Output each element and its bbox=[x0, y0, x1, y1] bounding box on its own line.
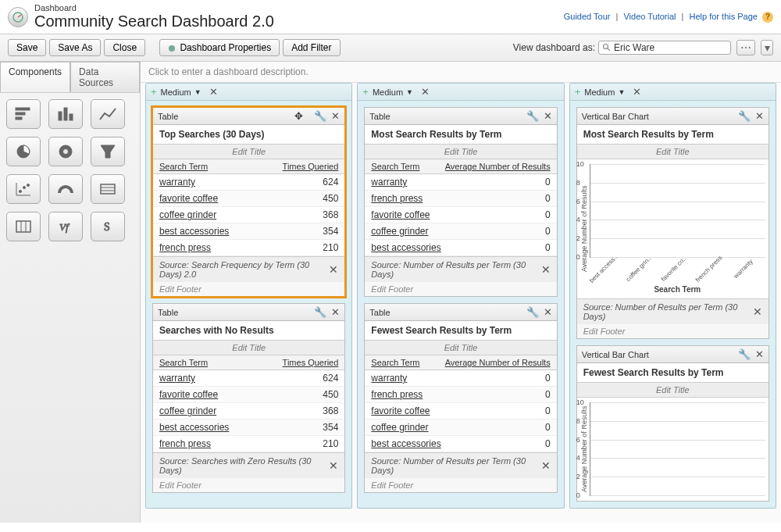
table-row[interactable]: french press210 bbox=[153, 436, 344, 452]
column-size-select[interactable]: Medium bbox=[161, 87, 191, 97]
dashboard-description[interactable]: Click to enter a dashboard description. bbox=[141, 62, 781, 83]
cell-term[interactable]: coffee grinder bbox=[371, 422, 545, 433]
table-row[interactable]: warranty0 bbox=[365, 370, 556, 387]
cell-term[interactable]: coffee grinder bbox=[159, 405, 323, 416]
guided-tour-link[interactable]: Guided Tour bbox=[564, 12, 611, 21]
save-as-button[interactable]: Save As bbox=[49, 39, 101, 56]
close-icon[interactable]: ✕ bbox=[331, 306, 340, 318]
wrench-icon[interactable]: 🔧 bbox=[738, 348, 751, 360]
s-control-icon[interactable]: S bbox=[91, 212, 125, 241]
edit-footer[interactable]: Edit Footer bbox=[365, 282, 556, 296]
cell-term[interactable]: warranty bbox=[371, 177, 545, 187]
cell-term[interactable]: favorite coffee bbox=[159, 389, 323, 400]
table-row[interactable]: warranty624 bbox=[153, 174, 344, 191]
table-row[interactable]: warranty624 bbox=[153, 370, 344, 387]
close-icon[interactable]: ✕ bbox=[755, 348, 764, 360]
help-icon[interactable]: ? bbox=[762, 12, 773, 23]
cell-term[interactable]: best accessories bbox=[371, 242, 545, 253]
close-icon[interactable]: ✕ bbox=[544, 306, 552, 318]
edit-title[interactable]: Edit Title bbox=[577, 145, 769, 159]
widget-fewest-results[interactable]: Table 🔧 ✕ Fewest Search Results by Term … bbox=[364, 303, 557, 493]
edit-title[interactable]: Edit Title bbox=[153, 341, 344, 355]
table-row[interactable]: coffee grinder0 bbox=[365, 420, 556, 436]
table-row[interactable]: favorite coffee450 bbox=[153, 387, 344, 403]
column-close-icon[interactable]: ✕ bbox=[209, 86, 218, 98]
close-icon[interactable]: ✕ bbox=[755, 110, 764, 122]
wrench-icon[interactable]: 🔧 bbox=[526, 110, 539, 122]
table-row[interactable]: french press210 bbox=[153, 240, 344, 256]
cell-term[interactable]: french press bbox=[371, 193, 545, 204]
video-tutorial-link[interactable]: Video Tutorial bbox=[623, 12, 676, 21]
add-column-icon[interactable]: + bbox=[575, 86, 581, 98]
widget-no-results[interactable]: Table 🔧 ✕ Searches with No Results Edit … bbox=[152, 303, 345, 493]
metric-icon[interactable] bbox=[91, 174, 125, 204]
table-row[interactable]: favorite coffee450 bbox=[153, 191, 344, 207]
horizontal-bar-chart-icon[interactable] bbox=[6, 99, 41, 129]
column-close-icon[interactable]: ✕ bbox=[421, 86, 430, 98]
move-icon[interactable]: ✥ bbox=[294, 110, 303, 122]
cell-term[interactable]: favorite coffee bbox=[159, 193, 323, 204]
edit-title[interactable]: Edit Title bbox=[365, 145, 556, 159]
table-row[interactable]: favorite coffee0 bbox=[365, 207, 556, 223]
table-row[interactable]: favorite coffee0 bbox=[365, 403, 556, 420]
cell-term[interactable]: french press bbox=[371, 389, 545, 400]
table-row[interactable]: best accessories0 bbox=[365, 240, 556, 256]
dashboard-properties-button[interactable]: Dashboard Properties bbox=[159, 39, 280, 56]
column-close-icon[interactable]: ✕ bbox=[633, 86, 641, 98]
scatter-chart-icon[interactable] bbox=[6, 174, 41, 204]
line-chart-icon[interactable] bbox=[91, 99, 125, 129]
table-row[interactable]: warranty0 bbox=[365, 174, 556, 191]
cell-term[interactable]: favorite coffee bbox=[371, 209, 545, 220]
wrench-icon[interactable]: 🔧 bbox=[738, 110, 751, 122]
view-as-dropdown-button[interactable]: ▾ bbox=[761, 40, 773, 55]
gauge-chart-icon[interactable] bbox=[48, 174, 83, 204]
source-close-icon[interactable]: ✕ bbox=[753, 305, 762, 318]
cell-term[interactable]: french press bbox=[159, 242, 323, 253]
cell-term[interactable]: french press bbox=[159, 438, 323, 449]
table-row[interactable]: best accessories354 bbox=[153, 420, 344, 436]
close-button[interactable]: Close bbox=[104, 39, 145, 56]
table-row[interactable]: coffee grinder0 bbox=[365, 223, 556, 240]
source-close-icon[interactable]: ✕ bbox=[329, 459, 338, 472]
source-close-icon[interactable]: ✕ bbox=[541, 263, 551, 276]
cell-term[interactable]: coffee grinder bbox=[159, 209, 323, 220]
funnel-chart-icon[interactable] bbox=[91, 137, 125, 166]
help-link[interactable]: Help for this Page bbox=[690, 12, 758, 21]
cell-term[interactable]: coffee grinder bbox=[371, 226, 545, 237]
cell-term[interactable]: warranty bbox=[159, 373, 323, 384]
source-close-icon[interactable]: ✕ bbox=[329, 263, 338, 276]
tab-data-sources[interactable]: Data Sources bbox=[70, 62, 140, 92]
table-row[interactable]: best accessories0 bbox=[365, 436, 556, 452]
table-row[interactable]: coffee grinder368 bbox=[153, 207, 344, 223]
widget-most-results[interactable]: Table 🔧 ✕ Most Search Results by Term Ed… bbox=[364, 107, 557, 297]
cell-term[interactable]: best accessories bbox=[159, 422, 323, 433]
wrench-icon[interactable]: 🔧 bbox=[526, 306, 539, 318]
edit-title[interactable]: Edit Title bbox=[577, 383, 769, 398]
view-as-user-picker[interactable]: Eric Ware bbox=[598, 41, 731, 55]
tab-components[interactable]: Components bbox=[0, 62, 70, 92]
cell-term[interactable]: best accessories bbox=[371, 438, 545, 449]
edit-footer[interactable]: Edit Footer bbox=[153, 478, 344, 492]
cell-term[interactable]: warranty bbox=[371, 373, 545, 384]
save-button[interactable]: Save bbox=[8, 39, 46, 56]
table-row[interactable]: french press0 bbox=[365, 387, 556, 403]
column-size-select[interactable]: Medium bbox=[373, 87, 403, 97]
cell-term[interactable]: warranty bbox=[159, 177, 323, 187]
source-close-icon[interactable]: ✕ bbox=[541, 459, 551, 472]
wrench-icon[interactable]: 🔧 bbox=[314, 110, 326, 122]
edit-footer[interactable]: Edit Footer bbox=[153, 282, 344, 296]
pie-chart-icon[interactable] bbox=[6, 137, 41, 166]
close-icon[interactable]: ✕ bbox=[544, 110, 552, 122]
edit-title[interactable]: Edit Title bbox=[365, 341, 556, 355]
donut-chart-icon[interactable] bbox=[48, 137, 83, 166]
table-row[interactable]: french press0 bbox=[365, 191, 556, 207]
add-filter-button[interactable]: Add Filter bbox=[283, 39, 340, 56]
edit-title[interactable]: Edit Title bbox=[153, 145, 344, 159]
add-column-icon[interactable]: + bbox=[151, 86, 157, 98]
widget-top-searches[interactable]: Table ✥ 🔧 ✕ Top Searches (30 Days) Edit … bbox=[152, 107, 345, 297]
widget-chart-most-results[interactable]: Vertical Bar Chart 🔧 ✕ Most Search Resul… bbox=[576, 107, 769, 339]
edit-footer[interactable]: Edit Footer bbox=[577, 324, 769, 338]
close-icon[interactable]: ✕ bbox=[331, 110, 340, 122]
add-column-icon[interactable]: + bbox=[362, 86, 369, 98]
vertical-bar-chart-icon[interactable] bbox=[48, 99, 83, 129]
